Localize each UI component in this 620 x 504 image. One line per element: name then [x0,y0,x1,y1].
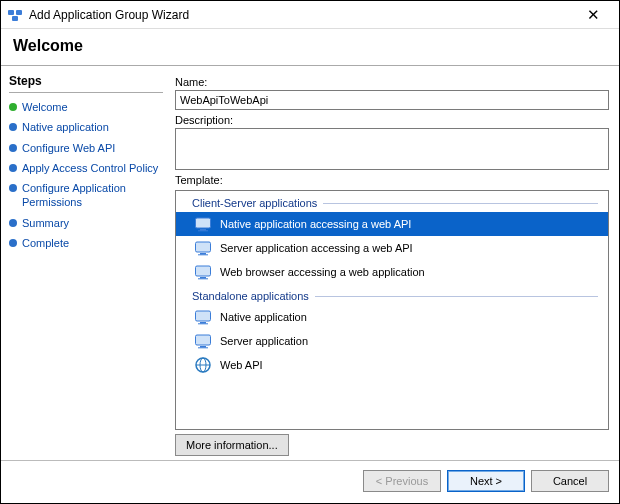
step-bullet-icon [9,103,17,111]
step-item[interactable]: Summary [9,213,163,233]
description-input[interactable] [175,128,609,170]
step-label: Welcome [22,100,68,114]
svg-rect-16 [200,346,206,348]
svg-rect-15 [196,335,211,345]
template-item-label: Web browser accessing a web application [220,266,425,278]
template-item[interactable]: Web browser accessing a web application [176,260,608,284]
window-title: Add Application Group Wizard [29,8,573,22]
svg-rect-11 [198,278,208,279]
template-item-label: Native application accessing a web API [220,218,411,230]
template-item-label: Native application [220,311,307,323]
svg-rect-9 [196,266,211,276]
step-bullet-icon [9,164,17,172]
previous-button: < Previous [363,470,441,492]
main-panel: Name: Description: Template: Client-Serv… [171,66,619,460]
svg-rect-0 [8,10,14,15]
step-label: Configure Web API [22,141,115,155]
step-item[interactable]: Configure Application Permissions [9,178,163,213]
banner: Welcome [1,29,619,66]
app-icon [7,7,23,23]
svg-rect-2 [12,16,18,21]
step-bullet-icon [9,144,17,152]
step-item[interactable]: Native application [9,117,163,137]
more-information-button[interactable]: More information... [175,434,289,456]
server-app-icon [194,332,212,350]
step-bullet-icon [9,219,17,227]
description-label: Description: [175,114,609,126]
svg-rect-17 [198,347,208,348]
svg-rect-4 [200,229,206,231]
titlebar: Add Application Group Wizard ✕ [1,1,619,29]
template-item[interactable]: Native application [176,305,608,329]
divider [323,203,598,204]
template-list[interactable]: Client-Server applicationsNative applica… [175,190,609,430]
step-item[interactable]: Complete [9,233,163,253]
template-item-label: Server application [220,335,308,347]
template-item-label: Web API [220,359,263,371]
template-item[interactable]: Server application accessing a web API [176,236,608,260]
svg-rect-12 [196,311,211,321]
native-webapi-icon [194,215,212,233]
step-item[interactable]: Apply Access Control Policy [9,158,163,178]
browser-webapp-icon [194,263,212,281]
name-input[interactable] [175,90,609,110]
next-button[interactable]: Next > [447,470,525,492]
template-group-header: Client-Server applications [176,191,608,212]
template-item[interactable]: Server application [176,329,608,353]
webapi-icon [194,356,212,374]
svg-rect-13 [200,322,206,324]
steps-sidebar: Steps WelcomeNative applicationConfigure… [1,66,171,460]
step-bullet-icon [9,123,17,131]
svg-rect-3 [196,218,211,228]
divider [315,296,598,297]
step-label: Native application [22,120,109,134]
svg-rect-14 [198,323,208,324]
server-webapi-icon [194,239,212,257]
cancel-button[interactable]: Cancel [531,470,609,492]
page-title: Welcome [13,37,607,55]
step-label: Configure Application Permissions [22,181,163,210]
steps-heading: Steps [9,72,163,93]
template-label: Template: [175,174,609,186]
step-item[interactable]: Welcome [9,97,163,117]
svg-rect-1 [16,10,22,15]
wizard-footer: < Previous Next > Cancel [1,460,619,500]
template-item-label: Server application accessing a web API [220,242,413,254]
step-label: Apply Access Control Policy [22,161,158,175]
step-bullet-icon [9,184,17,192]
step-item[interactable]: Configure Web API [9,138,163,158]
svg-rect-7 [200,253,206,255]
template-group-label: Client-Server applications [192,197,317,209]
step-label: Summary [22,216,69,230]
step-bullet-icon [9,239,17,247]
template-item[interactable]: Web API [176,353,608,377]
svg-rect-5 [198,230,208,231]
svg-rect-10 [200,277,206,279]
template-group-label: Standalone applications [192,290,309,302]
svg-rect-6 [196,242,211,252]
name-label: Name: [175,76,609,88]
template-group-header: Standalone applications [176,284,608,305]
close-button[interactable]: ✕ [573,1,613,29]
step-label: Complete [22,236,69,250]
native-app-icon [194,308,212,326]
template-item[interactable]: Native application accessing a web API [176,212,608,236]
svg-rect-8 [198,254,208,255]
